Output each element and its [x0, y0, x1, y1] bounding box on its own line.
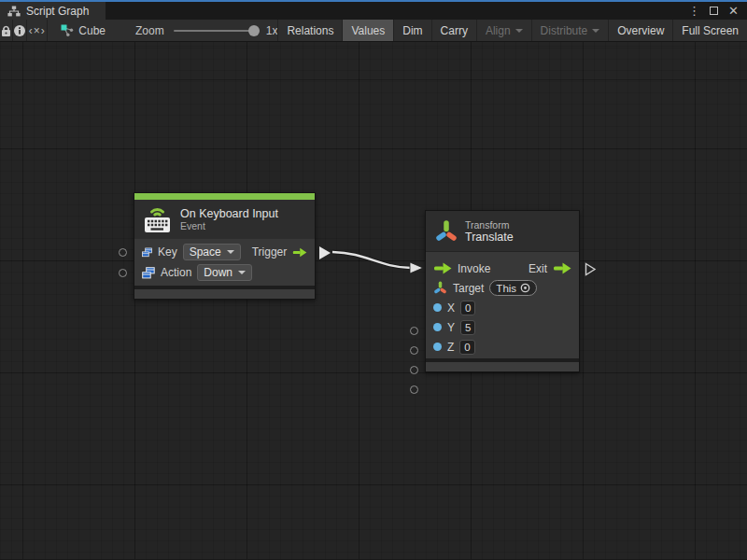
info-button[interactable] [13, 20, 27, 41]
action-input-port[interactable] [119, 269, 127, 277]
node-transform-translate[interactable]: Transform Translate Invoke Exit [425, 210, 580, 372]
action-label: Action [161, 266, 191, 279]
node-on-keyboard-input[interactable]: On Keyboard Input Event Key Space [134, 192, 316, 300]
script-graph-window: Script Graph ⋮ ✕ ‹×› [0, 0, 747, 560]
z-input-port[interactable] [410, 385, 418, 394]
target-object-field[interactable]: This [489, 280, 537, 296]
maximize-icon[interactable] [706, 4, 722, 19]
y-value-field[interactable]: 5 [460, 320, 475, 335]
trigger-flow-arrow-icon[interactable] [292, 246, 307, 259]
toolbar-button-carry[interactable]: Carry [431, 20, 476, 41]
info-icon [13, 24, 26, 37]
exit-flow-arrow-icon[interactable] [553, 262, 571, 274]
event-node-titles: On Keyboard Input Event [180, 207, 278, 231]
zoom-slider-knob[interactable] [248, 25, 260, 36]
event-node-body: Key Space Trigger [134, 239, 315, 286]
float-type-icon [433, 303, 442, 312]
window-menu-icon[interactable]: ⋮ [686, 4, 702, 19]
graph-target-button[interactable]: Cube [61, 24, 106, 37]
event-node-footer [134, 289, 315, 299]
key-label: Key [158, 245, 177, 259]
z-value-field[interactable]: 0 [459, 340, 474, 355]
translate-node-title: Translate [465, 231, 514, 244]
translate-node-body: Invoke Exit Target [426, 252, 579, 358]
toolbar-button-align-label: Align [486, 24, 511, 37]
float-type-icon [433, 323, 442, 331]
titlebar: Script Graph ⋮ ✕ [0, 2, 747, 20]
zoom-value: 1x [266, 24, 278, 37]
x-row: X 0 [426, 298, 579, 317]
keyboard-event-icon [142, 203, 173, 235]
zoom-label: Zoom [135, 24, 164, 37]
translate-node-footer [426, 362, 579, 371]
toolbar-button-distribute[interactable]: Distribute [531, 20, 609, 41]
key-dropdown-value: Space [190, 245, 221, 259]
y-label: Y [447, 321, 455, 334]
event-node-header: On Keyboard Input Event [134, 200, 315, 239]
z-label: Z [447, 341, 454, 354]
target-row: Target This [426, 278, 579, 298]
x-input-port[interactable] [410, 346, 418, 355]
object-picker-icon[interactable] [520, 283, 530, 293]
target-input-port[interactable] [410, 327, 418, 335]
toolbar-button-distribute-label: Distribute [541, 24, 588, 37]
invoke-label: Invoke [458, 262, 490, 275]
translate-node-header: Transform Translate [426, 211, 579, 252]
code-preview-button[interactable]: ‹×› [27, 20, 48, 41]
graph-target-label: Cube [78, 24, 106, 37]
z-row: Z 0 [426, 337, 579, 357]
window-controls: ⋮ ✕ [686, 2, 747, 20]
graph-canvas[interactable]: On Keyboard Input Event Key Space [0, 42, 747, 559]
tab-label: Script Graph [26, 5, 89, 18]
key-dropdown[interactable]: Space [183, 244, 241, 260]
toolbar-button-dim[interactable]: Dim [393, 20, 430, 41]
key-input-port[interactable] [119, 248, 127, 257]
transform-icon [435, 219, 458, 244]
translate-node-category: Transform [465, 219, 514, 231]
lock-button[interactable] [0, 20, 13, 41]
event-node-subtitle: Event [180, 220, 278, 231]
float-type-icon [433, 343, 442, 351]
graph-context-zone: Cube Zoom 1x [48, 20, 277, 41]
trigger-label: Trigger [252, 245, 288, 259]
target-object-value: This [496, 283, 516, 294]
invoke-row: Invoke Exit [426, 259, 579, 278]
invoke-flow-arrow-icon[interactable] [433, 262, 452, 274]
graph-pointer-icon [61, 24, 74, 37]
action-row: Action Down [134, 262, 315, 283]
target-label: Target [453, 282, 484, 295]
chevron-down-icon [592, 29, 599, 33]
zoom-slider[interactable] [174, 30, 258, 32]
graph-hierarchy-icon [7, 6, 21, 17]
x-label: X [447, 301, 455, 315]
transform-mini-icon [433, 281, 447, 295]
enum-type-icon [142, 246, 152, 259]
exit-label: Exit [529, 262, 547, 275]
chevron-down-icon [515, 29, 523, 33]
chevron-down-icon [227, 250, 234, 254]
node-accent-bar [134, 193, 315, 200]
toolbar-button-align[interactable]: Align [476, 20, 531, 41]
trigger-output-port[interactable] [319, 246, 331, 259]
chevron-down-icon [238, 271, 246, 274]
action-dropdown-value: Down [204, 266, 233, 279]
exit-output-port[interactable] [585, 262, 597, 276]
titlebar-spacer [106, 2, 686, 20]
enum-type-icon [142, 267, 155, 279]
close-icon[interactable]: ✕ [726, 4, 741, 19]
tab-script-graph[interactable]: Script Graph [0, 2, 106, 20]
toolbar-button-overview[interactable]: Overview [608, 20, 672, 41]
y-input-port[interactable] [410, 366, 418, 374]
toolbar-button-relations[interactable]: Relations [277, 20, 342, 41]
connection-wire[interactable] [0, 42, 747, 559]
maximize-glyph [710, 7, 718, 15]
toolbar-button-fullscreen[interactable]: Full Screen [672, 20, 747, 41]
lock-icon [0, 24, 12, 37]
action-dropdown[interactable]: Down [197, 264, 252, 281]
y-row: Y 5 [426, 317, 579, 337]
translate-node-titles: Transform Translate [465, 219, 514, 244]
event-node-title: On Keyboard Input [180, 207, 278, 220]
key-row: Key Space Trigger [134, 242, 315, 262]
x-value-field[interactable]: 0 [460, 301, 475, 315]
toolbar-button-values[interactable]: Values [342, 20, 393, 41]
